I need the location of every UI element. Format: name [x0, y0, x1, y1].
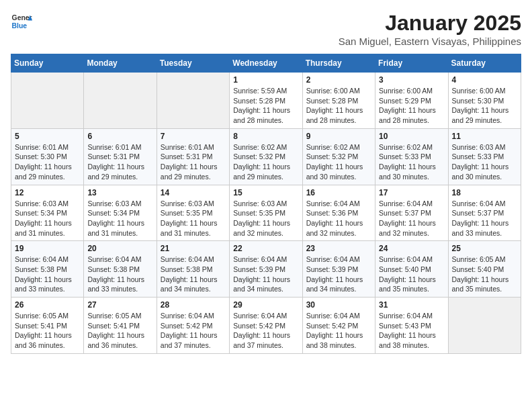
day-content: Sunrise: 6:04 AM Sunset: 5:38 PM Dayligh… — [161, 255, 226, 294]
calendar-cell: 22Sunrise: 6:04 AM Sunset: 5:39 PM Dayli… — [230, 241, 302, 298]
day-number: 12 — [15, 188, 80, 197]
day-number: 5 — [15, 132, 80, 141]
calendar-cell: 31Sunrise: 6:04 AM Sunset: 5:43 PM Dayli… — [375, 298, 448, 354]
day-content: Sunrise: 6:04 AM Sunset: 5:42 PM Dayligh… — [161, 311, 226, 351]
day-number: 2 — [306, 75, 371, 85]
calendar-cell: 15Sunrise: 6:03 AM Sunset: 5:35 PM Dayli… — [230, 185, 302, 241]
calendar-cell: 18Sunrise: 6:04 AM Sunset: 5:37 PM Dayli… — [448, 185, 521, 241]
calendar-cell: 16Sunrise: 6:04 AM Sunset: 5:36 PM Dayli… — [302, 185, 375, 241]
calendar-cell: 21Sunrise: 6:04 AM Sunset: 5:38 PM Dayli… — [157, 241, 229, 298]
weekday-header-monday: Monday — [84, 54, 157, 73]
calendar-cell: 29Sunrise: 6:04 AM Sunset: 5:42 PM Dayli… — [230, 298, 302, 354]
day-number: 16 — [306, 188, 371, 197]
day-content: Sunrise: 6:00 AM Sunset: 5:30 PM Dayligh… — [452, 86, 517, 126]
calendar-cell: 23Sunrise: 6:04 AM Sunset: 5:39 PM Dayli… — [302, 241, 375, 298]
calendar-cell: 20Sunrise: 6:04 AM Sunset: 5:38 PM Dayli… — [84, 241, 157, 298]
title-section: January 2025 San Miguel, Eastern Visayas… — [339, 11, 521, 47]
day-number: 10 — [379, 132, 444, 141]
day-content: Sunrise: 6:02 AM Sunset: 5:32 PM Dayligh… — [306, 142, 371, 182]
day-number: 30 — [306, 300, 371, 310]
day-content: Sunrise: 6:05 AM Sunset: 5:41 PM Dayligh… — [15, 311, 80, 351]
calendar-cell: 13Sunrise: 6:03 AM Sunset: 5:34 PM Dayli… — [84, 185, 157, 241]
day-content: Sunrise: 6:04 AM Sunset: 5:36 PM Dayligh… — [306, 199, 371, 238]
day-number: 23 — [306, 244, 371, 253]
page-header: General Blue January 2025 San Miguel, Ea… — [11, 11, 521, 47]
weekday-header-friday: Friday — [375, 54, 448, 73]
day-number: 9 — [306, 132, 371, 141]
calendar-cell: 14Sunrise: 6:03 AM Sunset: 5:35 PM Dayli… — [157, 185, 229, 241]
calendar-cell: 30Sunrise: 6:04 AM Sunset: 5:42 PM Dayli… — [302, 298, 375, 354]
day-number: 14 — [161, 188, 226, 197]
day-content: Sunrise: 6:01 AM Sunset: 5:31 PM Dayligh… — [87, 142, 152, 182]
calendar-cell: 24Sunrise: 6:04 AM Sunset: 5:40 PM Dayli… — [375, 241, 448, 298]
day-content: Sunrise: 6:03 AM Sunset: 5:35 PM Dayligh… — [233, 199, 298, 238]
calendar-cell: 8Sunrise: 6:02 AM Sunset: 5:32 PM Daylig… — [230, 128, 302, 185]
day-number: 18 — [452, 188, 517, 197]
day-number: 11 — [452, 132, 517, 141]
day-number: 3 — [379, 75, 444, 85]
calendar-cell — [84, 73, 157, 129]
calendar-week-row: 19Sunrise: 6:04 AM Sunset: 5:38 PM Dayli… — [11, 241, 521, 298]
logo-icon: General Blue — [11, 11, 32, 32]
calendar-cell: 25Sunrise: 6:05 AM Sunset: 5:40 PM Dayli… — [448, 241, 521, 298]
day-number: 26 — [15, 300, 80, 310]
logo: General Blue — [11, 11, 32, 32]
day-number: 28 — [161, 300, 226, 310]
weekday-header-tuesday: Tuesday — [157, 54, 229, 73]
day-content: Sunrise: 6:03 AM Sunset: 5:34 PM Dayligh… — [15, 199, 80, 238]
day-number: 21 — [161, 244, 226, 253]
day-number: 8 — [233, 132, 298, 141]
day-content: Sunrise: 6:04 AM Sunset: 5:39 PM Dayligh… — [306, 255, 371, 294]
day-number: 31 — [379, 300, 444, 310]
day-content: Sunrise: 6:04 AM Sunset: 5:37 PM Dayligh… — [379, 199, 444, 238]
day-content: Sunrise: 6:04 AM Sunset: 5:39 PM Dayligh… — [233, 255, 298, 294]
weekday-header-sunday: Sunday — [11, 54, 84, 73]
day-content: Sunrise: 6:03 AM Sunset: 5:34 PM Dayligh… — [87, 199, 152, 238]
day-number: 7 — [161, 132, 226, 141]
day-content: Sunrise: 6:05 AM Sunset: 5:41 PM Dayligh… — [87, 311, 152, 351]
calendar-week-row: 5Sunrise: 6:01 AM Sunset: 5:30 PM Daylig… — [11, 128, 521, 185]
day-number: 29 — [233, 300, 298, 310]
weekday-header-thursday: Thursday — [302, 54, 375, 73]
day-content: Sunrise: 6:05 AM Sunset: 5:40 PM Dayligh… — [452, 255, 517, 294]
day-content: Sunrise: 6:04 AM Sunset: 5:38 PM Dayligh… — [87, 255, 152, 294]
calendar-cell — [157, 73, 229, 129]
weekday-header-wednesday: Wednesday — [230, 54, 302, 73]
day-content: Sunrise: 6:03 AM Sunset: 5:33 PM Dayligh… — [452, 142, 517, 182]
calendar-cell: 3Sunrise: 6:00 AM Sunset: 5:29 PM Daylig… — [375, 73, 448, 129]
calendar-cell: 9Sunrise: 6:02 AM Sunset: 5:32 PM Daylig… — [302, 128, 375, 185]
day-number: 15 — [233, 188, 298, 197]
calendar-cell — [11, 73, 84, 129]
calendar-cell: 27Sunrise: 6:05 AM Sunset: 5:41 PM Dayli… — [84, 298, 157, 354]
calendar-week-row: 1Sunrise: 5:59 AM Sunset: 5:28 PM Daylig… — [11, 73, 521, 129]
calendar-cell: 12Sunrise: 6:03 AM Sunset: 5:34 PM Dayli… — [11, 185, 84, 241]
day-content: Sunrise: 6:04 AM Sunset: 5:40 PM Dayligh… — [379, 255, 444, 294]
calendar-week-row: 12Sunrise: 6:03 AM Sunset: 5:34 PM Dayli… — [11, 185, 521, 241]
calendar-cell — [448, 298, 521, 354]
day-content: Sunrise: 6:02 AM Sunset: 5:32 PM Dayligh… — [233, 142, 298, 182]
calendar-cell: 6Sunrise: 6:01 AM Sunset: 5:31 PM Daylig… — [84, 128, 157, 185]
day-number: 4 — [452, 75, 517, 85]
calendar-cell: 26Sunrise: 6:05 AM Sunset: 5:41 PM Dayli… — [11, 298, 84, 354]
calendar-cell: 10Sunrise: 6:02 AM Sunset: 5:33 PM Dayli… — [375, 128, 448, 185]
day-number: 6 — [87, 132, 152, 141]
calendar-header-row: SundayMondayTuesdayWednesdayThursdayFrid… — [11, 54, 521, 73]
svg-text:Blue: Blue — [12, 22, 28, 30]
day-content: Sunrise: 6:00 AM Sunset: 5:29 PM Dayligh… — [379, 86, 444, 126]
day-content: Sunrise: 6:02 AM Sunset: 5:33 PM Dayligh… — [379, 142, 444, 182]
calendar-week-row: 26Sunrise: 6:05 AM Sunset: 5:41 PM Dayli… — [11, 298, 521, 354]
day-number: 19 — [15, 244, 80, 253]
day-content: Sunrise: 6:04 AM Sunset: 5:37 PM Dayligh… — [452, 199, 517, 238]
day-number: 24 — [379, 244, 444, 253]
calendar-cell: 4Sunrise: 6:00 AM Sunset: 5:30 PM Daylig… — [448, 73, 521, 129]
calendar-cell: 2Sunrise: 6:00 AM Sunset: 5:28 PM Daylig… — [302, 73, 375, 129]
calendar-cell: 19Sunrise: 6:04 AM Sunset: 5:38 PM Dayli… — [11, 241, 84, 298]
day-number: 22 — [233, 244, 298, 253]
day-number: 13 — [87, 188, 152, 197]
day-number: 25 — [452, 244, 517, 253]
day-content: Sunrise: 6:04 AM Sunset: 5:38 PM Dayligh… — [15, 255, 80, 294]
weekday-header-saturday: Saturday — [448, 54, 521, 73]
subtitle: San Miguel, Eastern Visayas, Philippines — [339, 36, 521, 47]
calendar-table: SundayMondayTuesdayWednesdayThursdayFrid… — [11, 54, 521, 354]
calendar-cell: 28Sunrise: 6:04 AM Sunset: 5:42 PM Dayli… — [157, 298, 229, 354]
